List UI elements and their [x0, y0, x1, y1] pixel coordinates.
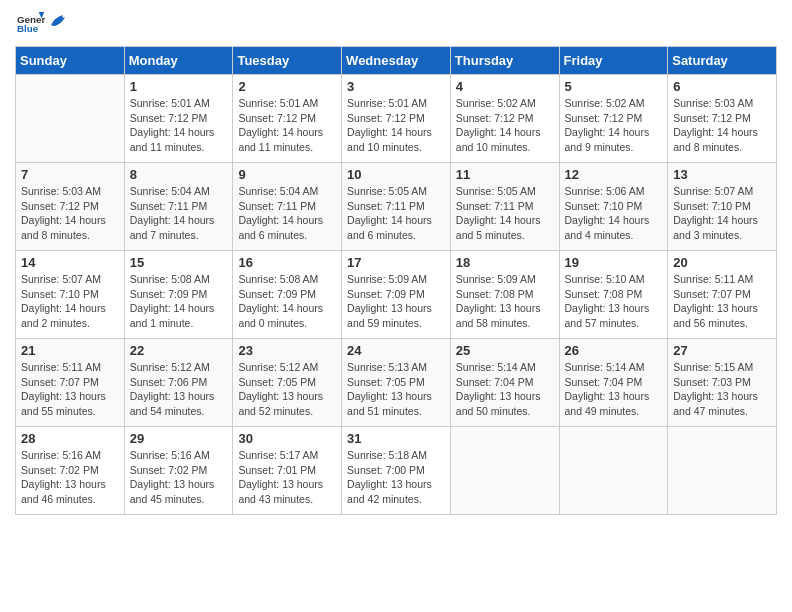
- day-header-saturday: Saturday: [668, 47, 777, 75]
- calendar-cell: 2 Sunrise: 5:01 AMSunset: 7:12 PMDayligh…: [233, 75, 342, 163]
- day-detail: Sunrise: 5:11 AMSunset: 7:07 PMDaylight:…: [21, 360, 119, 419]
- day-header-tuesday: Tuesday: [233, 47, 342, 75]
- day-number: 6: [673, 79, 771, 94]
- calendar-table: SundayMondayTuesdayWednesdayThursdayFrid…: [15, 46, 777, 515]
- day-detail: Sunrise: 5:04 AMSunset: 7:11 PMDaylight:…: [130, 184, 228, 243]
- day-number: 4: [456, 79, 554, 94]
- day-detail: Sunrise: 5:09 AMSunset: 7:08 PMDaylight:…: [456, 272, 554, 331]
- day-detail: Sunrise: 5:14 AMSunset: 7:04 PMDaylight:…: [456, 360, 554, 419]
- calendar-cell: 11 Sunrise: 5:05 AMSunset: 7:11 PMDaylig…: [450, 163, 559, 251]
- day-number: 28: [21, 431, 119, 446]
- calendar-cell: 26 Sunrise: 5:14 AMSunset: 7:04 PMDaylig…: [559, 339, 668, 427]
- day-detail: Sunrise: 5:04 AMSunset: 7:11 PMDaylight:…: [238, 184, 336, 243]
- calendar-cell: 15 Sunrise: 5:08 AMSunset: 7:09 PMDaylig…: [124, 251, 233, 339]
- day-number: 20: [673, 255, 771, 270]
- day-number: 5: [565, 79, 663, 94]
- day-detail: Sunrise: 5:16 AMSunset: 7:02 PMDaylight:…: [21, 448, 119, 507]
- day-number: 21: [21, 343, 119, 358]
- day-detail: Sunrise: 5:12 AMSunset: 7:05 PMDaylight:…: [238, 360, 336, 419]
- day-number: 18: [456, 255, 554, 270]
- day-number: 7: [21, 167, 119, 182]
- logo-bird-icon: [47, 9, 69, 31]
- day-header-friday: Friday: [559, 47, 668, 75]
- calendar-cell: 25 Sunrise: 5:14 AMSunset: 7:04 PMDaylig…: [450, 339, 559, 427]
- day-number: 11: [456, 167, 554, 182]
- calendar-cell: 9 Sunrise: 5:04 AMSunset: 7:11 PMDayligh…: [233, 163, 342, 251]
- calendar-cell: 3 Sunrise: 5:01 AMSunset: 7:12 PMDayligh…: [342, 75, 451, 163]
- day-detail: Sunrise: 5:06 AMSunset: 7:10 PMDaylight:…: [565, 184, 663, 243]
- calendar-cell: 12 Sunrise: 5:06 AMSunset: 7:10 PMDaylig…: [559, 163, 668, 251]
- calendar-cell: 20 Sunrise: 5:11 AMSunset: 7:07 PMDaylig…: [668, 251, 777, 339]
- calendar-cell: 27 Sunrise: 5:15 AMSunset: 7:03 PMDaylig…: [668, 339, 777, 427]
- day-detail: Sunrise: 5:03 AMSunset: 7:12 PMDaylight:…: [21, 184, 119, 243]
- day-number: 23: [238, 343, 336, 358]
- calendar-cell: 8 Sunrise: 5:04 AMSunset: 7:11 PMDayligh…: [124, 163, 233, 251]
- calendar-header-row: SundayMondayTuesdayWednesdayThursdayFrid…: [16, 47, 777, 75]
- day-number: 30: [238, 431, 336, 446]
- day-header-monday: Monday: [124, 47, 233, 75]
- calendar-cell: 31 Sunrise: 5:18 AMSunset: 7:00 PMDaylig…: [342, 427, 451, 515]
- calendar-cell: 28 Sunrise: 5:16 AMSunset: 7:02 PMDaylig…: [16, 427, 125, 515]
- calendar-cell: [450, 427, 559, 515]
- day-detail: Sunrise: 5:16 AMSunset: 7:02 PMDaylight:…: [130, 448, 228, 507]
- day-number: 17: [347, 255, 445, 270]
- day-number: 24: [347, 343, 445, 358]
- day-header-sunday: Sunday: [16, 47, 125, 75]
- calendar-cell: 6 Sunrise: 5:03 AMSunset: 7:12 PMDayligh…: [668, 75, 777, 163]
- day-detail: Sunrise: 5:17 AMSunset: 7:01 PMDaylight:…: [238, 448, 336, 507]
- logo: General Blue: [15, 10, 69, 38]
- day-detail: Sunrise: 5:13 AMSunset: 7:05 PMDaylight:…: [347, 360, 445, 419]
- day-header-wednesday: Wednesday: [342, 47, 451, 75]
- day-detail: Sunrise: 5:01 AMSunset: 7:12 PMDaylight:…: [347, 96, 445, 155]
- day-number: 26: [565, 343, 663, 358]
- day-number: 13: [673, 167, 771, 182]
- calendar-cell: 5 Sunrise: 5:02 AMSunset: 7:12 PMDayligh…: [559, 75, 668, 163]
- calendar-week-row: 1 Sunrise: 5:01 AMSunset: 7:12 PMDayligh…: [16, 75, 777, 163]
- day-number: 27: [673, 343, 771, 358]
- day-detail: Sunrise: 5:08 AMSunset: 7:09 PMDaylight:…: [238, 272, 336, 331]
- calendar-week-row: 7 Sunrise: 5:03 AMSunset: 7:12 PMDayligh…: [16, 163, 777, 251]
- header: General Blue: [15, 10, 777, 38]
- calendar-cell: 22 Sunrise: 5:12 AMSunset: 7:06 PMDaylig…: [124, 339, 233, 427]
- calendar-cell: [668, 427, 777, 515]
- calendar-cell: 4 Sunrise: 5:02 AMSunset: 7:12 PMDayligh…: [450, 75, 559, 163]
- calendar-cell: 19 Sunrise: 5:10 AMSunset: 7:08 PMDaylig…: [559, 251, 668, 339]
- calendar-week-row: 21 Sunrise: 5:11 AMSunset: 7:07 PMDaylig…: [16, 339, 777, 427]
- day-detail: Sunrise: 5:12 AMSunset: 7:06 PMDaylight:…: [130, 360, 228, 419]
- day-detail: Sunrise: 5:07 AMSunset: 7:10 PMDaylight:…: [21, 272, 119, 331]
- calendar-cell: 16 Sunrise: 5:08 AMSunset: 7:09 PMDaylig…: [233, 251, 342, 339]
- day-detail: Sunrise: 5:02 AMSunset: 7:12 PMDaylight:…: [456, 96, 554, 155]
- calendar-cell: 17 Sunrise: 5:09 AMSunset: 7:09 PMDaylig…: [342, 251, 451, 339]
- day-detail: Sunrise: 5:18 AMSunset: 7:00 PMDaylight:…: [347, 448, 445, 507]
- calendar-cell: [16, 75, 125, 163]
- day-number: 15: [130, 255, 228, 270]
- calendar-cell: 7 Sunrise: 5:03 AMSunset: 7:12 PMDayligh…: [16, 163, 125, 251]
- day-number: 19: [565, 255, 663, 270]
- calendar-cell: 13 Sunrise: 5:07 AMSunset: 7:10 PMDaylig…: [668, 163, 777, 251]
- calendar-cell: 21 Sunrise: 5:11 AMSunset: 7:07 PMDaylig…: [16, 339, 125, 427]
- day-detail: Sunrise: 5:05 AMSunset: 7:11 PMDaylight:…: [456, 184, 554, 243]
- calendar-cell: 14 Sunrise: 5:07 AMSunset: 7:10 PMDaylig…: [16, 251, 125, 339]
- day-detail: Sunrise: 5:10 AMSunset: 7:08 PMDaylight:…: [565, 272, 663, 331]
- calendar-cell: 23 Sunrise: 5:12 AMSunset: 7:05 PMDaylig…: [233, 339, 342, 427]
- day-detail: Sunrise: 5:09 AMSunset: 7:09 PMDaylight:…: [347, 272, 445, 331]
- calendar-cell: 10 Sunrise: 5:05 AMSunset: 7:11 PMDaylig…: [342, 163, 451, 251]
- calendar-week-row: 28 Sunrise: 5:16 AMSunset: 7:02 PMDaylig…: [16, 427, 777, 515]
- day-detail: Sunrise: 5:15 AMSunset: 7:03 PMDaylight:…: [673, 360, 771, 419]
- day-number: 9: [238, 167, 336, 182]
- calendar-cell: [559, 427, 668, 515]
- calendar-cell: 1 Sunrise: 5:01 AMSunset: 7:12 PMDayligh…: [124, 75, 233, 163]
- day-detail: Sunrise: 5:07 AMSunset: 7:10 PMDaylight:…: [673, 184, 771, 243]
- svg-text:Blue: Blue: [17, 23, 39, 34]
- day-number: 1: [130, 79, 228, 94]
- day-detail: Sunrise: 5:08 AMSunset: 7:09 PMDaylight:…: [130, 272, 228, 331]
- day-number: 31: [347, 431, 445, 446]
- day-number: 14: [21, 255, 119, 270]
- day-detail: Sunrise: 5:05 AMSunset: 7:11 PMDaylight:…: [347, 184, 445, 243]
- calendar-week-row: 14 Sunrise: 5:07 AMSunset: 7:10 PMDaylig…: [16, 251, 777, 339]
- day-number: 8: [130, 167, 228, 182]
- calendar-cell: 18 Sunrise: 5:09 AMSunset: 7:08 PMDaylig…: [450, 251, 559, 339]
- day-number: 10: [347, 167, 445, 182]
- day-detail: Sunrise: 5:02 AMSunset: 7:12 PMDaylight:…: [565, 96, 663, 155]
- calendar-cell: 30 Sunrise: 5:17 AMSunset: 7:01 PMDaylig…: [233, 427, 342, 515]
